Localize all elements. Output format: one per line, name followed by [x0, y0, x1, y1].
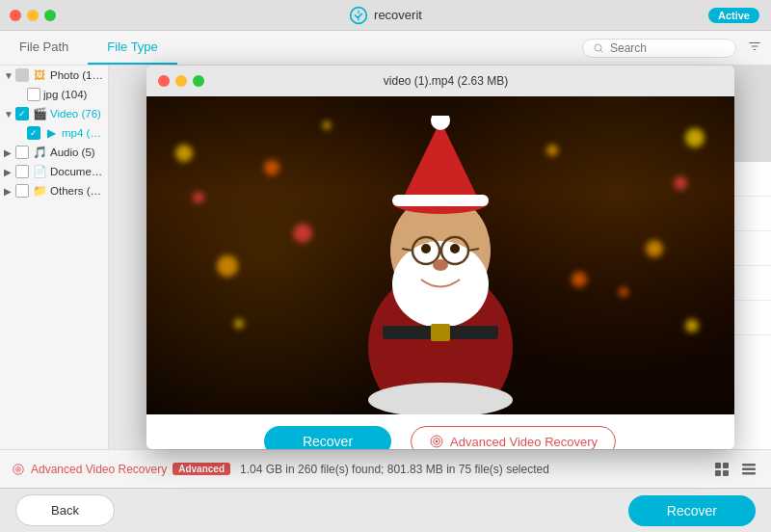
preview-title-bar: video (1).mp4 (2.63 MB) — [146, 66, 734, 96]
svg-rect-36 — [742, 467, 756, 470]
advanced-video-tag[interactable]: Advanced Video Recovery Advanced — [12, 463, 230, 476]
content-area: FILE NAME video (1).mp4 SIZE 2.63 MB FIL… — [109, 66, 771, 449]
sidebar-item-document[interactable]: ▶ 📄 Document ( — [0, 162, 108, 181]
others-icon: 📁 — [32, 184, 47, 198]
status-bar: Advanced Video Recovery Advanced 1.04 GB… — [0, 449, 771, 488]
document-label: Document ( — [50, 166, 104, 177]
svg-point-14 — [421, 244, 431, 253]
close-button[interactable] — [10, 10, 21, 21]
app-logo: recoverit — [349, 6, 422, 25]
svg-rect-31 — [715, 463, 721, 468]
bokeh-light — [234, 319, 244, 329]
grid-view-button[interactable] — [711, 459, 732, 480]
advanced-video-icon — [429, 434, 444, 449]
svg-rect-24 — [431, 324, 450, 341]
app-name: recoverit — [374, 8, 422, 22]
photo-label: Photo (104) — [50, 69, 104, 81]
photo-icon: 🖼 — [32, 68, 47, 82]
sidebar-item-audio[interactable]: ▶ 🎵 Audio (5) — [0, 143, 108, 162]
search-input[interactable] — [610, 41, 726, 55]
chevron-right-icon: ▶ — [4, 167, 15, 177]
preview-recover-button[interactable]: Recover — [264, 426, 391, 449]
mp4-icon: ▶ — [43, 126, 59, 140]
chevron-down-icon: ▼ — [4, 70, 15, 81]
santa-figure — [306, 116, 575, 414]
bottom-bar: Back Recover — [0, 488, 771, 532]
svg-marker-8 — [402, 120, 479, 200]
audio-icon: 🎵 — [32, 146, 47, 159]
svg-rect-33 — [715, 470, 721, 476]
preview-close[interactable] — [158, 75, 170, 87]
sidebar-item-video[interactable]: ▼ ✓ 🎬 Video (76) — [0, 104, 108, 123]
traffic-lights — [10, 10, 56, 21]
svg-rect-10 — [392, 195, 489, 206]
bokeh-light — [264, 160, 279, 175]
others-label: Others (10) — [50, 185, 104, 197]
sidebar-item-others[interactable]: ▶ 📁 Others (10) — [0, 181, 108, 200]
advanced-video-recovery-button[interactable]: Advanced Video Recovery — [411, 426, 616, 449]
chevron-right-icon: ▶ — [4, 186, 15, 197]
video-frame — [146, 96, 734, 414]
audio-checkbox[interactable] — [15, 146, 29, 159]
document-icon: 📄 — [32, 165, 47, 178]
video-checkbox[interactable]: ✓ — [15, 107, 29, 120]
bokeh-light — [619, 287, 628, 297]
back-button[interactable]: Back — [15, 494, 115, 526]
chevron-down-icon: ▼ — [4, 109, 15, 120]
svg-point-15 — [450, 244, 460, 253]
preview-actions: Recover Advanced Video Recovery — [146, 414, 734, 449]
bokeh-light — [685, 319, 699, 332]
jpg-checkbox[interactable] — [27, 88, 40, 101]
status-info: 1.04 GB in 260 file(s) found; 801.83 MB … — [240, 463, 549, 476]
video-label: Video (76) — [50, 108, 101, 120]
tab-file-type[interactable]: File Type — [88, 31, 177, 65]
audio-label: Audio (5) — [50, 146, 95, 158]
document-checkbox[interactable] — [15, 165, 29, 178]
tab-file-path[interactable]: File Path — [0, 31, 88, 65]
bokeh-light — [217, 255, 238, 277]
main-recover-button[interactable]: Recover — [628, 495, 756, 526]
mp4-checkbox[interactable]: ✓ — [27, 126, 40, 140]
advanced-label: Advanced Video Recovery — [31, 463, 167, 476]
bokeh-light — [175, 145, 193, 162]
preview-title: video (1).mp4 (2.63 MB) — [170, 74, 723, 88]
svg-rect-32 — [723, 463, 729, 468]
sidebar-item-mp4[interactable]: ✓ ▶ mp4 (76) — [0, 123, 108, 143]
svg-point-30 — [17, 468, 19, 470]
bokeh-light — [685, 128, 705, 147]
svg-point-9 — [431, 116, 450, 130]
jpg-label: jpg (104) — [43, 89, 87, 100]
photo-checkbox[interactable] — [15, 68, 29, 82]
chevron-right-icon: ▶ — [4, 147, 15, 158]
preview-overlay: video (1).mp4 (2.63 MB) — [109, 66, 771, 449]
tab-bar: File Path File Type — [0, 31, 771, 66]
maximize-button[interactable] — [44, 10, 56, 21]
minimize-button[interactable] — [27, 10, 39, 21]
svg-point-27 — [436, 440, 439, 443]
svg-rect-34 — [723, 470, 729, 476]
mp4-label: mp4 (76) — [62, 127, 104, 139]
main-area: ▼ 🖼 Photo (104) jpg (104) ▼ ✓ 🎬 Video (7… — [0, 66, 771, 449]
video-icon: 🎬 — [32, 107, 47, 120]
view-icons — [711, 459, 759, 480]
svg-rect-22 — [431, 308, 450, 316]
sidebar: ▼ 🖼 Photo (104) jpg (104) ▼ ✓ 🎬 Video (7… — [0, 66, 109, 449]
list-view-button[interactable] — [738, 459, 759, 480]
bokeh-light — [646, 240, 663, 257]
search-bar — [582, 39, 736, 58]
sidebar-item-jpg[interactable]: jpg (104) — [0, 85, 108, 104]
svg-point-21 — [433, 259, 448, 271]
svg-rect-35 — [742, 464, 756, 466]
svg-rect-37 — [742, 472, 756, 475]
preview-window: video (1).mp4 (2.63 MB) — [146, 66, 734, 449]
search-icon — [593, 42, 604, 54]
title-bar: recoverit Active — [0, 0, 771, 31]
others-checkbox[interactable] — [15, 184, 29, 198]
advanced-badge: Advanced — [173, 463, 230, 475]
sidebar-item-photo[interactable]: ▼ 🖼 Photo (104) — [0, 66, 108, 85]
bokeh-light — [674, 176, 687, 190]
filter-icon[interactable] — [748, 40, 761, 56]
advanced-video-status-icon — [12, 463, 25, 476]
active-badge: Active — [708, 8, 759, 23]
svg-point-0 — [351, 7, 367, 23]
